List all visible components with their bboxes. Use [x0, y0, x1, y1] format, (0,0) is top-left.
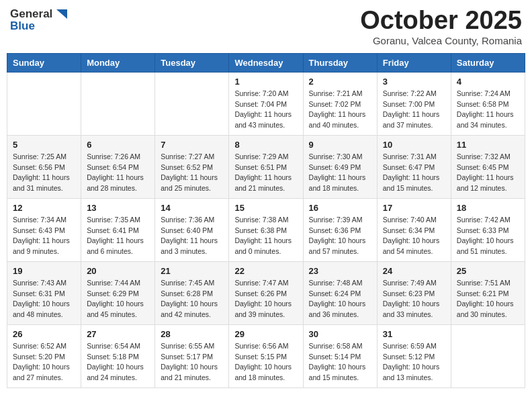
calendar-cell: 14Sunrise: 7:36 AMSunset: 6:40 PMDayligh…: [155, 198, 229, 261]
calendar-cell: 27Sunrise: 6:54 AMSunset: 5:18 PMDayligh…: [81, 324, 155, 387]
calendar-cell: 9Sunrise: 7:30 AMSunset: 6:49 PMDaylight…: [303, 135, 377, 198]
location-subtitle: Goranu, Valcea County, Romania: [360, 35, 522, 46]
day-info: Sunrise: 7:48 AMSunset: 6:24 PMDaylight:…: [309, 278, 371, 320]
day-number: 12: [13, 203, 75, 213]
day-info: Sunrise: 7:21 AMSunset: 7:02 PMDaylight:…: [309, 89, 371, 131]
month-title: October 2025: [360, 7, 522, 35]
day-number: 20: [87, 266, 149, 276]
calendar-cell: 19Sunrise: 7:43 AMSunset: 6:31 PMDayligh…: [7, 261, 81, 324]
day-number: 17: [383, 203, 445, 213]
calendar-cell: 28Sunrise: 6:55 AMSunset: 5:17 PMDayligh…: [155, 324, 229, 387]
calendar-cell: 23Sunrise: 7:48 AMSunset: 6:24 PMDayligh…: [303, 261, 377, 324]
day-info: Sunrise: 7:30 AMSunset: 6:49 PMDaylight:…: [309, 152, 371, 194]
day-number: 16: [309, 203, 371, 213]
day-number: 6: [87, 140, 149, 150]
calendar-cell: 15Sunrise: 7:38 AMSunset: 6:38 PMDayligh…: [229, 198, 303, 261]
calendar-cell: [155, 72, 229, 135]
day-number: 26: [13, 329, 75, 339]
calendar-cell: 25Sunrise: 7:51 AMSunset: 6:21 PMDayligh…: [451, 261, 525, 324]
day-number: 11: [457, 140, 519, 150]
day-number: 4: [457, 77, 519, 87]
calendar-cell: [451, 324, 525, 387]
day-info: Sunrise: 7:38 AMSunset: 6:38 PMDaylight:…: [234, 215, 297, 257]
day-info: Sunrise: 7:29 AMSunset: 6:51 PMDaylight:…: [234, 152, 297, 194]
day-number: 22: [234, 266, 297, 276]
calendar-cell: 16Sunrise: 7:39 AMSunset: 6:36 PMDayligh…: [303, 198, 377, 261]
calendar-cell: [7, 72, 81, 135]
calendar-week-row: 26Sunrise: 6:52 AMSunset: 5:20 PMDayligh…: [7, 324, 525, 387]
day-number: 8: [234, 140, 297, 150]
calendar-cell: 20Sunrise: 7:44 AMSunset: 6:29 PMDayligh…: [81, 261, 155, 324]
calendar-cell: 11Sunrise: 7:32 AMSunset: 6:45 PMDayligh…: [451, 135, 525, 198]
day-info: Sunrise: 7:45 AMSunset: 6:28 PMDaylight:…: [161, 278, 223, 320]
day-number: 28: [161, 329, 223, 339]
day-info: Sunrise: 7:24 AMSunset: 6:58 PMDaylight:…: [457, 89, 519, 131]
day-info: Sunrise: 7:22 AMSunset: 7:00 PMDaylight:…: [383, 89, 445, 131]
day-number: 3: [383, 77, 445, 87]
calendar-cell: 3Sunrise: 7:22 AMSunset: 7:00 PMDaylight…: [377, 72, 451, 135]
day-info: Sunrise: 7:34 AMSunset: 6:43 PMDaylight:…: [13, 215, 75, 257]
calendar-cell: 6Sunrise: 7:26 AMSunset: 6:54 PMDaylight…: [81, 135, 155, 198]
day-info: Sunrise: 7:44 AMSunset: 6:29 PMDaylight:…: [87, 278, 149, 320]
calendar-cell: 2Sunrise: 7:21 AMSunset: 7:02 PMDaylight…: [303, 72, 377, 135]
day-number: 2: [309, 77, 371, 87]
logo: General Blue: [10, 7, 69, 33]
day-info: Sunrise: 7:26 AMSunset: 6:54 PMDaylight:…: [87, 152, 149, 194]
day-number: 13: [87, 203, 149, 213]
day-info: Sunrise: 7:20 AMSunset: 7:04 PMDaylight:…: [234, 89, 297, 131]
calendar-cell: 5Sunrise: 7:25 AMSunset: 6:56 PMDaylight…: [7, 135, 81, 198]
calendar-cell: 31Sunrise: 6:59 AMSunset: 5:12 PMDayligh…: [377, 324, 451, 387]
calendar-table: SundayMondayTuesdayWednesdayThursdayFrid…: [7, 53, 525, 388]
calendar-cell: 24Sunrise: 7:49 AMSunset: 6:23 PMDayligh…: [377, 261, 451, 324]
calendar-week-row: 1Sunrise: 7:20 AMSunset: 7:04 PMDaylight…: [7, 72, 525, 135]
day-number: 10: [383, 140, 445, 150]
calendar-week-row: 19Sunrise: 7:43 AMSunset: 6:31 PMDayligh…: [7, 261, 525, 324]
weekday-header-tuesday: Tuesday: [155, 53, 229, 72]
calendar-cell: 30Sunrise: 6:58 AMSunset: 5:14 PMDayligh…: [303, 324, 377, 387]
day-info: Sunrise: 7:49 AMSunset: 6:23 PMDaylight:…: [383, 278, 445, 320]
calendar-cell: 4Sunrise: 7:24 AMSunset: 6:58 PMDaylight…: [451, 72, 525, 135]
logo-triangle-icon: [54, 7, 69, 21]
logo-blue: Blue: [10, 20, 69, 33]
day-info: Sunrise: 7:39 AMSunset: 6:36 PMDaylight:…: [309, 215, 371, 257]
calendar-cell: 18Sunrise: 7:42 AMSunset: 6:33 PMDayligh…: [451, 198, 525, 261]
day-info: Sunrise: 7:47 AMSunset: 6:26 PMDaylight:…: [234, 278, 297, 320]
day-number: 24: [383, 266, 445, 276]
calendar-cell: 22Sunrise: 7:47 AMSunset: 6:26 PMDayligh…: [229, 261, 303, 324]
calendar-cell: 13Sunrise: 7:35 AMSunset: 6:41 PMDayligh…: [81, 198, 155, 261]
calendar-cell: 7Sunrise: 7:27 AMSunset: 6:52 PMDaylight…: [155, 135, 229, 198]
day-info: Sunrise: 7:25 AMSunset: 6:56 PMDaylight:…: [13, 152, 75, 194]
calendar-cell: 12Sunrise: 7:34 AMSunset: 6:43 PMDayligh…: [7, 198, 81, 261]
calendar-cell: 10Sunrise: 7:31 AMSunset: 6:47 PMDayligh…: [377, 135, 451, 198]
calendar-cell: 26Sunrise: 6:52 AMSunset: 5:20 PMDayligh…: [7, 324, 81, 387]
day-info: Sunrise: 7:43 AMSunset: 6:31 PMDaylight:…: [13, 278, 75, 320]
day-info: Sunrise: 7:40 AMSunset: 6:34 PMDaylight:…: [383, 215, 445, 257]
day-number: 31: [383, 329, 445, 339]
day-info: Sunrise: 6:52 AMSunset: 5:20 PMDaylight:…: [13, 341, 75, 383]
day-number: 27: [87, 329, 149, 339]
day-number: 7: [161, 140, 223, 150]
day-info: Sunrise: 7:42 AMSunset: 6:33 PMDaylight:…: [457, 215, 519, 257]
weekday-header-wednesday: Wednesday: [229, 53, 303, 72]
day-number: 30: [309, 329, 371, 339]
day-info: Sunrise: 6:58 AMSunset: 5:14 PMDaylight:…: [309, 341, 371, 383]
svg-marker-0: [56, 9, 67, 19]
weekday-header-saturday: Saturday: [451, 53, 525, 72]
day-number: 18: [457, 203, 519, 213]
day-number: 5: [13, 140, 75, 150]
weekday-header-sunday: Sunday: [7, 53, 81, 72]
title-section: October 2025 Goranu, Valcea County, Roma…: [360, 7, 522, 46]
weekday-header-friday: Friday: [377, 53, 451, 72]
logo-text: General Blue: [10, 7, 69, 33]
day-number: 9: [309, 140, 371, 150]
logo-general: General: [10, 8, 52, 21]
day-info: Sunrise: 6:54 AMSunset: 5:18 PMDaylight:…: [87, 341, 149, 383]
calendar-cell: 21Sunrise: 7:45 AMSunset: 6:28 PMDayligh…: [155, 261, 229, 324]
day-number: 29: [234, 329, 297, 339]
page-header: General Blue October 2025 Goranu, Valcea…: [7, 7, 525, 46]
calendar-cell: 1Sunrise: 7:20 AMSunset: 7:04 PMDaylight…: [229, 72, 303, 135]
day-number: 14: [161, 203, 223, 213]
day-info: Sunrise: 7:36 AMSunset: 6:40 PMDaylight:…: [161, 215, 223, 257]
day-info: Sunrise: 7:31 AMSunset: 6:47 PMDaylight:…: [383, 152, 445, 194]
day-info: Sunrise: 6:59 AMSunset: 5:12 PMDaylight:…: [383, 341, 445, 383]
